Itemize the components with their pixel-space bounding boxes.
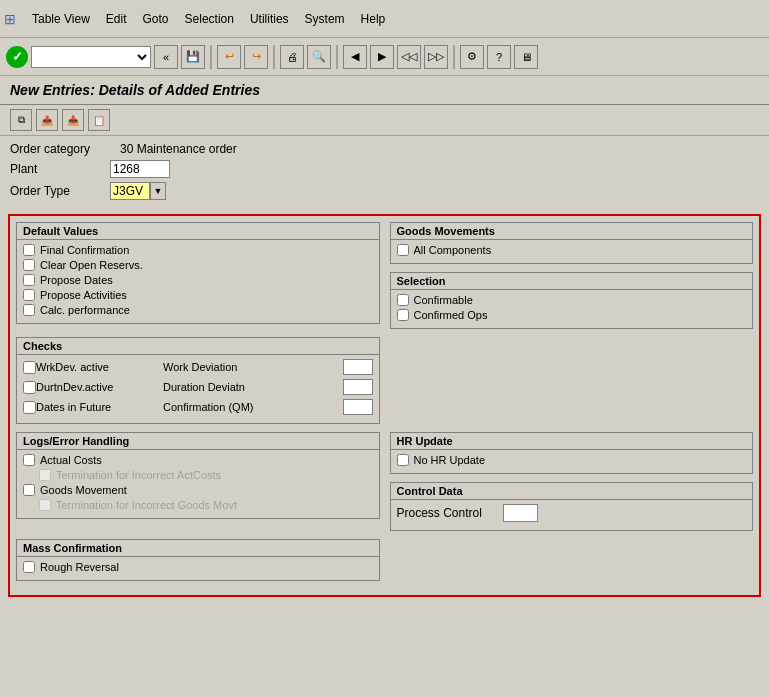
actual-costs-label: Actual Costs [40, 454, 102, 466]
durtndev-input[interactable] [343, 379, 373, 395]
sap-icon: ⊞ [4, 11, 16, 27]
command-field[interactable] [31, 46, 151, 68]
save-btn[interactable]: 💾 [181, 45, 205, 69]
confirmed-ops-label: Confirmed Ops [414, 309, 488, 321]
default-values-title: Default Values [17, 223, 379, 240]
all-components-label: All Components [414, 244, 492, 256]
find-btn[interactable]: 🔍 [307, 45, 331, 69]
separator-2 [273, 45, 275, 69]
sub-copy-btn[interactable]: ⧉ [10, 109, 32, 131]
monitor-btn[interactable]: 🖥 [514, 45, 538, 69]
order-type-picker-btn[interactable]: ▼ [150, 182, 166, 200]
first-btn[interactable]: ◁◁ [397, 45, 421, 69]
selection-title: Selection [391, 273, 753, 290]
goods-movement-checkbox[interactable] [23, 484, 35, 496]
checks-col-left: Checks WrkDev. active Work Deviation [16, 337, 380, 432]
actual-costs-checkbox[interactable] [23, 454, 35, 466]
menu-help[interactable]: Help [353, 8, 394, 30]
termination-actcosts-row: Termination for Incorrect ActCosts [39, 469, 373, 481]
process-control-row: Process Control [397, 504, 747, 522]
propose-dates-checkbox[interactable] [23, 274, 35, 286]
order-type-label: Order Type [10, 184, 110, 198]
sub-clipboard-btn[interactable]: 📋 [88, 109, 110, 131]
sub-export-btn[interactable]: 📤 [36, 109, 58, 131]
next-btn[interactable]: ▶ [370, 45, 394, 69]
sub-import-btn[interactable]: 📥 [62, 109, 84, 131]
confirmed-ops-row: Confirmed Ops [397, 309, 747, 321]
wrkdev-checkbox[interactable] [23, 361, 36, 374]
selection-content: Confirmable Confirmed Ops [391, 290, 753, 328]
process-control-label: Process Control [397, 506, 497, 520]
termination-actcosts-checkbox[interactable] [39, 469, 51, 481]
calc-performance-checkbox[interactable] [23, 304, 35, 316]
plant-input[interactable] [110, 160, 170, 178]
hr-update-section: HR Update No HR Update [390, 432, 754, 474]
final-confirmation-label: Final Confirmation [40, 244, 129, 256]
confirmed-ops-checkbox[interactable] [397, 309, 409, 321]
bottom-row: Logs/Error Handling Actual Costs Termina… [16, 432, 753, 539]
hr-update-title: HR Update [391, 433, 753, 450]
propose-dates-label: Propose Dates [40, 274, 113, 286]
durtndev-check-col: DurtnDev.active [23, 381, 163, 394]
confirmable-row: Confirmable [397, 294, 747, 306]
menu-selection[interactable]: Selection [177, 8, 242, 30]
order-category-value: 30 Maintenance order [120, 142, 237, 156]
dates-future-row: Dates in Future Confirmation (QM) [23, 399, 373, 415]
menu-bar: ⊞ Table View Edit Goto Selection Utiliti… [0, 0, 769, 38]
durtndev-row: DurtnDev.active Duration Deviatn [23, 379, 373, 395]
mass-conf-right-placeholder [390, 539, 754, 589]
undo-btn[interactable]: ↩ [217, 45, 241, 69]
control-data-title: Control Data [391, 483, 753, 500]
toolbar: ✓ « 💾 ↩ ↪ 🖨 🔍 ◀ ▶ ◁◁ ▷▷ ⚙ ? 🖥 [0, 38, 769, 76]
prev-btn[interactable]: ◀ [343, 45, 367, 69]
left-col-top: Default Values Final Confirmation Clear … [16, 222, 380, 337]
form-section: Order category 30 Maintenance order Plan… [0, 136, 769, 210]
no-hr-update-checkbox[interactable] [397, 454, 409, 466]
settings-btn[interactable]: ⚙ [460, 45, 484, 69]
order-type-row: Order Type ▼ [10, 182, 759, 200]
menu-goto[interactable]: Goto [135, 8, 177, 30]
dates-future-check-col: Dates in Future [23, 401, 163, 414]
menu-system[interactable]: System [297, 8, 353, 30]
page-title: New Entries: Details of Added Entries [10, 82, 260, 98]
menu-edit[interactable]: Edit [98, 8, 135, 30]
wrkdev-desc: Work Deviation [163, 361, 339, 373]
dates-future-checkbox[interactable] [23, 401, 36, 414]
green-check-btn[interactable]: ✓ [6, 46, 28, 68]
print-btn[interactable]: 🖨 [280, 45, 304, 69]
goods-movement-row: Goods Movement [23, 484, 373, 496]
rough-reversal-checkbox[interactable] [23, 561, 35, 573]
all-components-row: All Components [397, 244, 747, 256]
default-values-content: Final Confirmation Clear Open Reservs. P… [17, 240, 379, 323]
confirmation-qm-input[interactable] [343, 399, 373, 415]
checks-content: WrkDev. active Work Deviation DurtnDev.a… [17, 355, 379, 423]
mass-confirmation-title: Mass Confirmation [17, 540, 379, 557]
all-components-checkbox[interactable] [397, 244, 409, 256]
propose-activities-checkbox[interactable] [23, 289, 35, 301]
confirmable-checkbox[interactable] [397, 294, 409, 306]
order-category-label: Order category [10, 142, 110, 156]
menu-table-view[interactable]: Table View [24, 8, 98, 30]
plant-label: Plant [10, 162, 110, 176]
control-data-content: Process Control [391, 500, 753, 530]
menu-utilities[interactable]: Utilities [242, 8, 297, 30]
redo-btn[interactable]: ↪ [244, 45, 268, 69]
mass-confirmation-content: Rough Reversal [17, 557, 379, 580]
top-row: Default Values Final Confirmation Clear … [16, 222, 753, 337]
clear-open-reservs-checkbox[interactable] [23, 259, 35, 271]
termination-goods-row: Termination for Incorrect Goods Movt [39, 499, 373, 511]
termination-actcosts-label: Termination for Incorrect ActCosts [56, 469, 221, 481]
termination-goods-checkbox[interactable] [39, 499, 51, 511]
wrkdev-input[interactable] [343, 359, 373, 375]
clear-open-reservs-label: Clear Open Reservs. [40, 259, 143, 271]
nav-back-btn[interactable]: « [154, 45, 178, 69]
help-btn[interactable]: ? [487, 45, 511, 69]
final-confirmation-checkbox[interactable] [23, 244, 35, 256]
durtndev-checkbox[interactable] [23, 381, 36, 394]
propose-activities-label: Propose Activities [40, 289, 127, 301]
order-category-row: Order category 30 Maintenance order [10, 142, 759, 156]
last-btn[interactable]: ▷▷ [424, 45, 448, 69]
order-type-input[interactable] [110, 182, 150, 200]
final-confirmation-row: Final Confirmation [23, 244, 373, 256]
process-control-input[interactable] [503, 504, 538, 522]
